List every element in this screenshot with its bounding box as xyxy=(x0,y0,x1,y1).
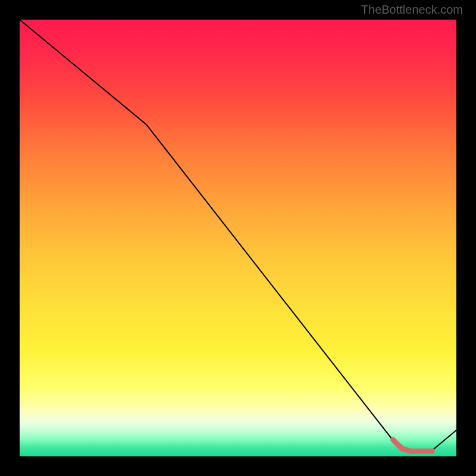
chart-plot-group xyxy=(20,20,456,452)
chart-svg xyxy=(20,20,456,456)
series-curve xyxy=(20,20,456,452)
watermark-text: TheBottleneck.com xyxy=(361,3,463,17)
series-highlight xyxy=(393,440,433,451)
